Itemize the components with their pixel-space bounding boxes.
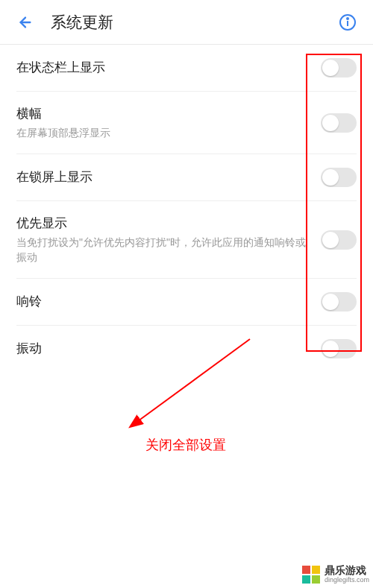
annotation-text: 关闭全部设置	[145, 436, 226, 454]
setting-vibrate: 振动	[16, 326, 357, 372]
setting-label: 响铃	[16, 293, 312, 311]
setting-label: 优先显示	[16, 215, 312, 233]
setting-label: 横幅	[16, 105, 312, 123]
toggle-status-bar[interactable]	[321, 58, 357, 78]
toggle-vibrate[interactable]	[321, 339, 357, 358]
toggle-banner[interactable]	[321, 113, 357, 133]
watermark-logo-icon	[301, 565, 321, 584]
svg-point-2	[347, 18, 348, 19]
setting-sublabel: 当免打扰设为"允许优先内容打扰"时，允许此应用的通知响铃或振动	[16, 235, 312, 265]
setting-status-bar: 在状态栏上显示	[16, 45, 357, 92]
watermark: 鼎乐游戏 dinglegifts.com	[301, 565, 369, 584]
back-icon[interactable]	[15, 12, 36, 33]
toggle-ring[interactable]	[321, 292, 357, 312]
setting-priority: 优先显示 当免打扰设为"允许优先内容打扰"时，允许此应用的通知响铃或振动	[16, 201, 357, 279]
header: 系统更新	[0, 0, 373, 45]
setting-lockscreen: 在锁屏上显示	[16, 154, 357, 201]
setting-sublabel: 在屏幕顶部悬浮显示	[16, 126, 312, 141]
settings-list: 在状态栏上显示 横幅 在屏幕顶部悬浮显示 在锁屏上显示 优先显示 当免打扰设为"…	[0, 45, 373, 372]
watermark-brand: 鼎乐游戏	[325, 565, 369, 576]
toggle-priority[interactable]	[321, 230, 357, 250]
setting-label: 振动	[16, 340, 312, 358]
watermark-url: dinglegifts.com	[325, 577, 369, 584]
setting-ring: 响铃	[16, 279, 357, 326]
setting-banner: 横幅 在屏幕顶部悬浮显示	[16, 92, 357, 154]
page-title: 系统更新	[51, 12, 337, 33]
info-icon[interactable]	[337, 12, 358, 33]
setting-label: 在锁屏上显示	[16, 168, 312, 186]
setting-label: 在状态栏上显示	[16, 59, 312, 77]
toggle-lockscreen[interactable]	[321, 168, 357, 187]
